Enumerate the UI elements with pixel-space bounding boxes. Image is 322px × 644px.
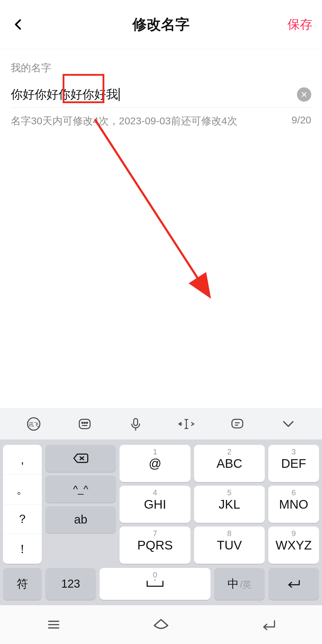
page-title: 修改名字 (132, 15, 190, 34)
numeric-key[interactable]: 123 (45, 568, 96, 600)
right-action-column: ^_^ ab (45, 445, 116, 564)
svg-point-4 (82, 422, 83, 423)
text-cursor (119, 88, 120, 101)
language-key[interactable]: 中/英 (214, 568, 265, 600)
svg-rect-3 (79, 419, 90, 428)
svg-point-6 (86, 422, 88, 423)
message-icon[interactable] (228, 414, 247, 434)
clear-button[interactable] (297, 87, 311, 102)
key-5-jkl[interactable]: 5JKL (194, 486, 265, 523)
svg-text:讯飞: 讯飞 (28, 421, 39, 427)
voice-input-icon[interactable] (126, 414, 145, 434)
collapse-keyboard-icon[interactable] (279, 414, 298, 434)
header: 修改名字 保存 (0, 0, 322, 49)
char-counter: 9/20 (292, 114, 311, 128)
ab-key[interactable]: ab (45, 506, 116, 533)
emoji-key[interactable]: ^_^ (45, 476, 116, 503)
hint-row: 名字30天内可修改4次，2023-09-03前还可修改4次 9/20 (11, 114, 311, 128)
hint-text: 名字30天内可修改4次，2023-09-03前还可修改4次 (11, 114, 237, 128)
key-7-pqrs[interactable]: 7PQRS (120, 527, 190, 564)
space-icon (144, 579, 166, 589)
keyboard-bottom-row: 符 123 0 中/英 (0, 568, 322, 605)
svg-rect-13 (232, 419, 243, 428)
nav-recent[interactable] (42, 613, 66, 637)
key-question[interactable]: ？ (3, 504, 42, 534)
ime-logo-icon[interactable]: 讯飞 (24, 414, 43, 434)
symbol-key[interactable]: 符 (3, 568, 42, 600)
key-9-wxyz[interactable]: 9WXYZ (268, 527, 319, 564)
backspace-key[interactable] (45, 445, 116, 472)
keyboard: 讯飞 ,。？！ 1@ 2ABC 3DEF (0, 408, 322, 644)
left-punctuation-column: ,。？！ (3, 445, 42, 564)
key-comma[interactable]: , (3, 445, 42, 475)
field-label: 我的名字 (11, 61, 311, 75)
key-2-abc[interactable]: 2ABC (194, 445, 265, 482)
nav-back[interactable] (256, 613, 280, 637)
svg-rect-8 (134, 418, 137, 425)
nav-home[interactable] (149, 613, 173, 637)
close-icon (301, 91, 307, 98)
name-input[interactable]: 你好你好你好你好我 (11, 86, 297, 103)
system-navbar (0, 605, 322, 644)
cursor-move-icon[interactable] (177, 414, 196, 434)
key-period[interactable]: 。 (3, 475, 42, 504)
enter-key[interactable] (268, 568, 319, 600)
key-4-ghi[interactable]: 4GHI (120, 486, 190, 523)
backspace-icon (72, 452, 89, 464)
keyboard-toolbar: 讯飞 (0, 408, 322, 439)
space-key[interactable]: 0 (100, 568, 210, 600)
keyboard-layout-icon[interactable] (75, 414, 94, 434)
back-button[interactable] (10, 16, 27, 33)
key-8-tuv[interactable]: 8TUV (194, 527, 265, 564)
keyboard-grid: ,。？！ 1@ 2ABC 3DEF ^_^ ab 4GHI 5JKL 6MNO … (0, 439, 322, 568)
key-exclaim[interactable]: ！ (3, 534, 42, 564)
svg-point-5 (84, 422, 85, 423)
name-input-value: 你好你好你好你好我 (11, 86, 118, 103)
key-3-def[interactable]: 3DEF (268, 445, 319, 482)
save-button[interactable]: 保存 (287, 16, 312, 33)
enter-icon (285, 578, 302, 590)
name-input-row: 你好你好你好你好我 (11, 86, 311, 108)
key-6-mno[interactable]: 6MNO (268, 486, 319, 523)
key-1-at[interactable]: 1@ (120, 445, 190, 482)
